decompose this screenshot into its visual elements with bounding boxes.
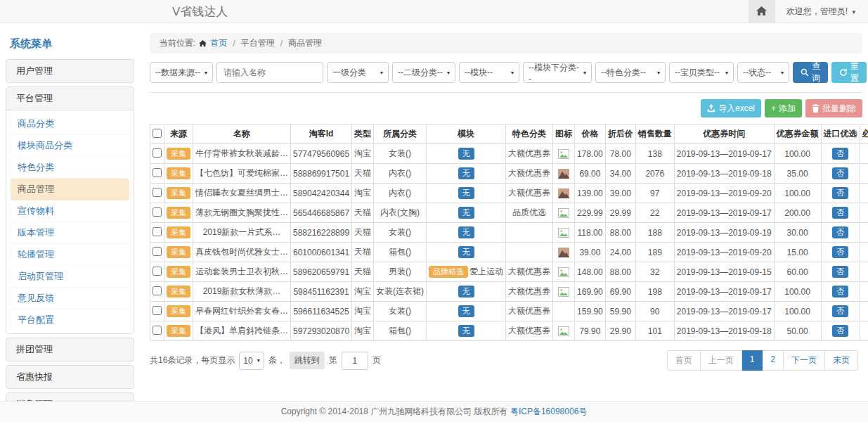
imported-toggle[interactable]: 否 [832,207,848,219]
sidebar-item-9[interactable]: 平台配置 [11,309,129,331]
row-checkbox[interactable] [153,207,162,217]
row-checkbox[interactable] [153,267,162,276]
icp-link[interactable]: 粤ICP备16098006号 [510,406,587,418]
sidebar-item-2[interactable]: 特色分类 [11,157,129,179]
cell-source: 采集 [164,262,193,282]
product-thumbnail [558,169,569,179]
sidebar-item-5[interactable]: 版本管理 [11,222,129,244]
user-menu[interactable]: 欢迎您，管理员! ▾ [775,6,868,18]
row-checkbox[interactable] [153,227,162,236]
image-icon [558,228,569,238]
cell-coupon-time: 2019-09-13—2019-09-20 [674,243,774,262]
module-badge[interactable]: 无 [458,246,474,258]
module-badge[interactable]: 无 [458,207,474,219]
item-type-select[interactable]: --宝贝类型--▾ [669,62,734,83]
cell-checkbox [150,203,164,223]
row-checkbox[interactable] [153,168,162,177]
add-button[interactable]: + 添加 [765,99,802,117]
batch-delete-button[interactable]: 批量删除 [805,99,862,117]
module-select[interactable]: --模块--▾ [459,62,519,83]
page-button-2[interactable]: 1 [742,350,763,371]
cell-module: 无 [427,203,506,223]
sidebar-item-6[interactable]: 轮播管理 [11,244,129,266]
cell-imported: 否 [821,203,860,223]
cell-type: 淘宝 [352,144,374,164]
cell-price: 159.90 [575,302,606,321]
module-badge[interactable]: 无 [458,325,474,337]
imported-toggle[interactable]: 否 [832,187,848,199]
sidebar-group-1[interactable]: 平台管理 [6,87,134,110]
module-badge[interactable]: 无 [458,226,474,238]
jump-button[interactable]: 跳转到 [290,352,325,369]
imported-toggle[interactable]: 否 [832,167,848,179]
sidebar-item-0[interactable]: 商品分类 [11,113,129,135]
cell-module: 品牌精选爱上运动 [427,262,506,282]
page-size-select[interactable]: 10 ▾ [239,352,264,370]
cell-category: 内衣() [374,184,427,203]
row-checkbox[interactable] [153,148,162,158]
sidebar-group-0[interactable]: 用户管理 [6,59,134,83]
level2-category-select[interactable]: --二级分类--▾ [392,62,455,83]
row-checkbox[interactable] [153,247,162,256]
table-row: 采集薄款无钢圈文胸聚拢性…565446685867天猫内衣(文胸)无品质优选22… [150,203,868,223]
page-button-3[interactable]: 2 [763,350,784,371]
imported-toggle[interactable]: 否 [832,305,848,317]
sidebar-item-4[interactable]: 宣传物料 [11,200,129,222]
page-button-4[interactable]: 下一页 [784,350,825,371]
module-sub-select[interactable]: --模块下分类--▾ [523,62,592,83]
page-button-1[interactable]: 上一页 [701,350,742,371]
sidebar-item-3[interactable]: 商品管理 [11,179,129,200]
select-all-checkbox[interactable] [153,129,162,138]
search-button[interactable]: 查询 [793,62,828,83]
sidebar-item-1[interactable]: 模块商品分类 [11,135,129,157]
row-checkbox[interactable] [153,286,162,295]
cell-coupon-amount: 50.00 [774,321,821,341]
module-badge[interactable]: 无 [458,167,474,179]
feature-category-select[interactable]: --特色分类--▾ [595,62,666,83]
cell-checkbox [150,262,164,282]
module-badge[interactable]: 无 [458,187,474,199]
module-badge[interactable]: 无 [458,286,474,298]
sidebar-item-7[interactable]: 启动页管理 [11,266,129,288]
imported-toggle[interactable]: 否 [832,266,848,278]
cell-name: 运动套装男士卫衣初秋… [193,262,291,282]
source-badge: 采集 [167,226,190,238]
cell-imported: 否 [821,262,860,282]
sidebar-item-8[interactable]: 意见反馈 [11,288,129,309]
module-badge[interactable]: 无 [458,148,474,160]
row-checkbox[interactable] [153,326,162,335]
row-checkbox[interactable] [153,306,162,315]
row-checkbox[interactable] [153,188,162,197]
imported-toggle[interactable]: 否 [832,226,848,238]
sidebar-group-2[interactable]: 拼团管理 [6,338,134,362]
cell-sales: 97 [635,184,674,203]
cell-price: 139.00 [575,184,606,203]
module-badge[interactable]: 无 [458,305,474,317]
imported-toggle[interactable]: 否 [832,148,848,160]
imported-toggle[interactable]: 否 [832,286,848,298]
cell-coupon-amount: 200.00 [774,203,821,223]
level1-category-select[interactable]: 一级分类▾ [327,62,389,83]
imported-toggle[interactable]: 否 [832,246,848,258]
cell-price: 118.00 [575,223,606,243]
cell-coupon-amount: 100.00 [774,302,821,321]
cell-taoke-id: 597293020870 [291,321,352,341]
status-select[interactable]: --状态--▾ [737,62,789,83]
page-button-5[interactable]: 末页 [825,350,858,371]
reset-button[interactable]: 重置 [831,62,867,83]
name-input[interactable] [216,62,323,83]
page-button-0[interactable]: 首页 [667,350,701,371]
module-badge[interactable]: 品牌精选 [429,266,468,278]
import-excel-button[interactable]: 导入excel [701,99,761,117]
cell-category: 箱包() [374,321,427,341]
jump-page-input[interactable] [342,352,368,370]
pagination-bar: 共16条记录，每页显示 10 ▾ 条， 跳转到 第 页 首页上一页12下一页末页 [150,350,862,371]
data-source-select[interactable]: --数据来源--▾ [150,62,213,83]
imported-toggle[interactable]: 否 [832,325,848,337]
breadcrumb-home-link[interactable]: 首页 [210,37,227,49]
cell-module: 无 [427,184,506,203]
cell-price: 169.90 [575,282,606,302]
sidebar-group-4[interactable]: 消息管理 [6,392,134,401]
sidebar-group-3[interactable]: 省惠快报 [6,365,134,389]
home-button[interactable] [749,0,775,23]
